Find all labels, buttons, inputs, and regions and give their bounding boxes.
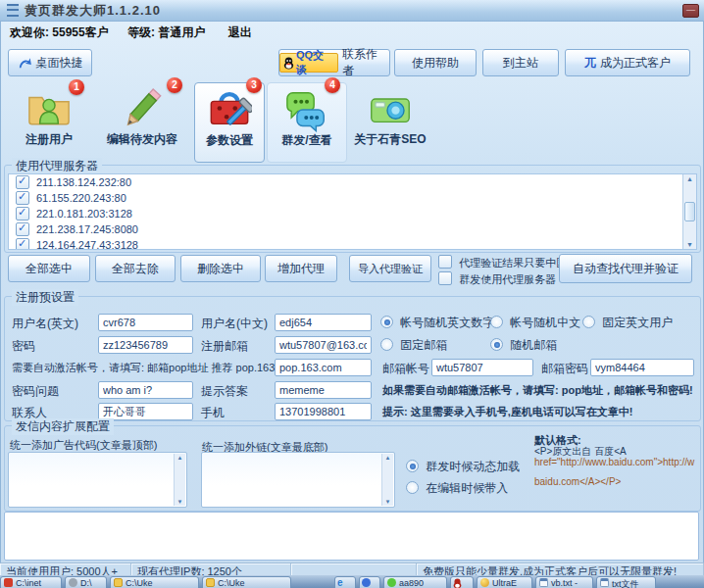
auto-find-proxy-button[interactable]: 自动查找代理并验证 <box>559 254 692 283</box>
china-only-option[interactable]: 代理验证结果只要中国 <box>438 255 567 270</box>
reg-email-input[interactable] <box>275 336 372 354</box>
scroll-up-icon[interactable]: ▲ <box>385 454 391 462</box>
proxy-row[interactable]: 124.164.247.43:3128 <box>9 237 696 250</box>
china-only-checkbox[interactable] <box>438 255 452 269</box>
outlink-textarea[interactable]: ▲ ▼ <box>201 452 395 508</box>
remove-all-button[interactable]: 全部去除 <box>95 255 176 282</box>
proxy-checkbox[interactable] <box>16 175 29 189</box>
taskbar-item-txtfile[interactable]: txt文件 <box>596 576 656 588</box>
mail-password-input[interactable] <box>590 359 694 376</box>
pop-hint-text: 如果需要自动邮箱激活帐号，请填写: pop地址，邮箱帐号和密码! <box>382 383 693 398</box>
taskbar-item-inet[interactable]: C:\inet <box>0 576 62 588</box>
proxy-group: 使用代理服务器 211.138.124.232:80 61.155.220.24… <box>4 165 701 253</box>
radio-fixed-mail-circle[interactable] <box>380 338 393 351</box>
outlink-textarea-scrollbar[interactable]: ▲ ▼ <box>381 454 393 506</box>
radio-fixed-en[interactable]: 固定英文用户 <box>582 315 673 331</box>
help-label: 使用帮助 <box>412 55 459 72</box>
select-all-button[interactable]: 全部选中 <box>8 255 90 282</box>
desktop-shortcut-button[interactable]: 桌面快捷 <box>8 49 92 76</box>
question-label: 密码问题 <box>12 383 59 400</box>
proxy-checkbox[interactable] <box>16 222 29 236</box>
shortcut-swoosh-icon <box>18 56 32 71</box>
app-window: 黄页群发大师1.1.2.10 — 欢迎你: 55955客户 等级: 普通用户 退… <box>0 0 704 588</box>
password-input[interactable] <box>98 336 193 354</box>
ultraedit-icon <box>480 578 489 587</box>
taskbar-item-qq[interactable] <box>450 576 474 588</box>
proxy-list[interactable]: 211.138.124.232:80 61.155.220.243:80 221… <box>8 173 697 250</box>
radio-dynamic-load[interactable]: 群发时候动态加载 <box>406 459 520 475</box>
radio-random-en[interactable]: 帐号随机英文数字 <box>380 315 494 331</box>
proxy-row[interactable]: 221.0.181.203:3128 <box>9 206 696 221</box>
use-proxy-checkbox[interactable] <box>438 271 452 285</box>
scroll-up-icon[interactable]: ▲ <box>686 174 693 183</box>
phone-input[interactable] <box>275 403 372 420</box>
toolbar-send-view[interactable]: 群发/查看 4 <box>267 82 347 163</box>
toolbar-register-user[interactable]: 注册用户 1 <box>8 82 90 161</box>
answer-label: 提示答案 <box>201 383 248 400</box>
contact-author-button[interactable]: QQ交谈 联系作者 <box>278 49 390 76</box>
radio-random-mail[interactable]: 随机邮箱 <box>490 337 557 354</box>
proxy-checkbox[interactable] <box>16 207 29 220</box>
taskbar-item-messenger[interactable] <box>359 576 380 588</box>
taskbar-item-folder1[interactable]: C:\Uke <box>110 576 199 588</box>
toolbar-settings[interactable]: 参数设置 3 <box>194 82 265 163</box>
answer-input[interactable] <box>275 381 372 399</box>
radio-edit-insert[interactable]: 在编辑时候带入 <box>406 480 508 497</box>
ie-icon: e <box>337 578 343 588</box>
proxy-row[interactable]: 211.138.124.232:80 <box>9 174 696 190</box>
proxy-checkbox[interactable] <box>16 238 29 250</box>
toolbar-edit-content[interactable]: 编辑待发内容 2 <box>94 82 190 161</box>
select-all-label: 全部选中 <box>25 261 73 277</box>
question-input[interactable] <box>98 381 193 399</box>
pop-input[interactable] <box>275 359 372 376</box>
use-proxy-label: 群发使用代理服务器 <box>459 273 556 285</box>
scroll-down-icon[interactable]: ▼ <box>686 240 693 249</box>
radio-dynamic-load-circle[interactable] <box>406 460 419 472</box>
delete-selected-button[interactable]: 删除选中 <box>180 255 261 282</box>
taskbar-item-ie[interactable]: e <box>334 576 356 588</box>
default-format-line3: baidu.com</A></P> <box>534 476 699 487</box>
log-output-panel[interactable] <box>4 512 699 561</box>
logout-link[interactable]: 退出 <box>228 25 252 39</box>
ad-code-textarea[interactable]: ▲ ▼ <box>8 452 187 508</box>
mail-account-input[interactable] <box>431 359 533 376</box>
toolbar-settings-label: 参数设置 <box>195 132 264 149</box>
proxy-checkbox[interactable] <box>16 191 29 205</box>
scroll-down-icon[interactable]: ▼ <box>385 498 391 506</box>
username-cn-input[interactable] <box>275 314 372 331</box>
radio-fixed-en-circle[interactable] <box>582 316 595 328</box>
help-button[interactable]: 使用帮助 <box>394 49 477 76</box>
proxy-address: 61.155.220.243:80 <box>36 192 126 204</box>
drive-icon <box>69 578 77 587</box>
proxy-row[interactable]: 221.238.17.245:8080 <box>9 221 696 237</box>
radio-fixed-mail[interactable]: 固定邮箱 <box>380 337 447 354</box>
username-en-input[interactable] <box>98 314 193 331</box>
toolbar-about[interactable]: 关于石青SEO <box>345 82 435 161</box>
scroll-up-icon[interactable]: ▲ <box>177 454 183 462</box>
taskbar-item-ultraedit[interactable]: UltraE <box>477 576 532 588</box>
import-verify-button[interactable]: 导入代理验证 <box>349 255 431 282</box>
taskbar-item-folder2[interactable]: C:\Uke <box>202 576 291 588</box>
radio-edit-insert-circle[interactable] <box>406 481 419 494</box>
radio-random-mail-circle[interactable] <box>490 338 503 351</box>
folder-icon <box>206 578 215 587</box>
qq-chat-tag: QQ交谈 <box>279 53 338 73</box>
radio-random-cn[interactable]: 帐号随机中文 <box>490 315 580 331</box>
taskbar-item-aa890[interactable]: aa890 <box>383 576 447 588</box>
taskbar-item-vbtxt[interactable]: vb.txt - <box>535 576 593 588</box>
ad-textarea-scrollbar[interactable]: ▲ ▼ <box>174 454 185 506</box>
window-menu-icon[interactable] <box>7 4 19 17</box>
minimize-button[interactable]: — <box>682 4 699 18</box>
radio-random-cn-circle[interactable] <box>490 316 503 328</box>
become-customer-button[interactable]: 兀 成为正式客户 <box>565 49 690 76</box>
add-proxy-button[interactable]: 增加代理 <box>265 255 337 282</box>
proxy-row[interactable]: 61.155.220.243:80 <box>9 190 696 206</box>
use-proxy-option[interactable]: 群发使用代理服务器 <box>438 271 556 287</box>
main-site-button[interactable]: 到主站 <box>482 49 559 76</box>
scroll-thumb[interactable] <box>684 202 695 221</box>
proxy-list-scrollbar[interactable]: ▲ ▼ <box>682 174 696 249</box>
radio-random-en-circle[interactable] <box>380 316 393 328</box>
taskbar-item-d-drive[interactable]: D:\ <box>65 576 107 588</box>
badge-4: 4 <box>325 77 340 93</box>
scroll-down-icon[interactable]: ▼ <box>177 498 183 506</box>
